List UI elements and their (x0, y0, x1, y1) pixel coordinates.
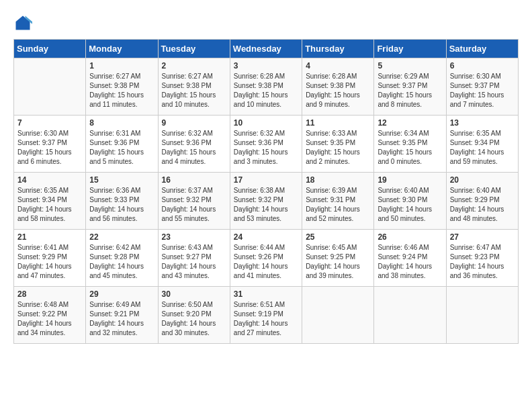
day-cell: 11Sunrise: 6:33 AM Sunset: 9:35 PM Dayli… (302, 116, 374, 173)
day-cell: 6Sunrise: 6:30 AM Sunset: 9:37 PM Daylig… (446, 58, 518, 116)
day-number: 1 (89, 61, 154, 71)
day-info: Sunrise: 6:45 AM Sunset: 9:25 PM Dayligh… (306, 243, 370, 281)
day-info: Sunrise: 6:37 AM Sunset: 9:32 PM Dayligh… (162, 186, 226, 224)
day-number: 26 (378, 232, 442, 242)
day-info: Sunrise: 6:35 AM Sunset: 9:34 PM Dayligh… (17, 186, 82, 224)
day-number: 5 (378, 61, 442, 71)
day-info: Sunrise: 6:43 AM Sunset: 9:27 PM Dayligh… (162, 243, 226, 281)
day-info: Sunrise: 6:29 AM Sunset: 9:37 PM Dayligh… (378, 72, 442, 109)
logo (13, 13, 35, 32)
column-header-thursday: Thursday (302, 40, 374, 58)
column-header-saturday: Saturday (446, 40, 518, 58)
day-number: 29 (89, 289, 154, 299)
week-row-3: 14Sunrise: 6:35 AM Sunset: 9:34 PM Dayli… (14, 173, 519, 230)
day-number: 9 (162, 118, 226, 128)
day-cell: 29Sunrise: 6:49 AM Sunset: 9:21 PM Dayli… (86, 287, 158, 344)
day-number: 22 (89, 232, 154, 242)
day-cell: 9Sunrise: 6:32 AM Sunset: 9:36 PM Daylig… (158, 116, 230, 173)
day-info: Sunrise: 6:49 AM Sunset: 9:21 PM Dayligh… (89, 300, 154, 338)
day-number: 13 (450, 118, 515, 128)
week-row-2: 7Sunrise: 6:30 AM Sunset: 9:37 PM Daylig… (14, 116, 519, 173)
day-number: 21 (17, 232, 82, 242)
day-number: 12 (378, 118, 442, 128)
day-info: Sunrise: 6:33 AM Sunset: 9:35 PM Dayligh… (306, 129, 370, 167)
day-cell: 4Sunrise: 6:28 AM Sunset: 9:38 PM Daylig… (302, 58, 374, 116)
page-header (13, 13, 519, 32)
logo-icon (13, 13, 32, 32)
week-row-1: 1Sunrise: 6:27 AM Sunset: 9:38 PM Daylig… (14, 58, 519, 116)
day-cell (14, 58, 86, 116)
column-header-sunday: Sunday (14, 40, 86, 58)
day-info: Sunrise: 6:35 AM Sunset: 9:34 PM Dayligh… (450, 129, 515, 167)
day-info: Sunrise: 6:46 AM Sunset: 9:24 PM Dayligh… (378, 243, 442, 281)
day-info: Sunrise: 6:42 AM Sunset: 9:28 PM Dayligh… (89, 243, 154, 281)
day-number: 6 (450, 61, 515, 71)
day-cell: 3Sunrise: 6:28 AM Sunset: 9:38 PM Daylig… (230, 58, 302, 116)
day-info: Sunrise: 6:36 AM Sunset: 9:33 PM Dayligh… (89, 186, 154, 224)
column-header-wednesday: Wednesday (230, 40, 302, 58)
day-info: Sunrise: 6:50 AM Sunset: 9:20 PM Dayligh… (162, 300, 226, 338)
day-info: Sunrise: 6:27 AM Sunset: 9:38 PM Dayligh… (89, 72, 154, 109)
day-cell (446, 287, 518, 344)
day-number: 7 (17, 118, 82, 128)
day-info: Sunrise: 6:31 AM Sunset: 9:36 PM Dayligh… (89, 129, 154, 167)
column-header-tuesday: Tuesday (158, 40, 230, 58)
week-row-5: 28Sunrise: 6:48 AM Sunset: 9:22 PM Dayli… (14, 287, 519, 344)
day-info: Sunrise: 6:28 AM Sunset: 9:38 PM Dayligh… (234, 72, 298, 109)
day-number: 10 (234, 118, 298, 128)
day-cell: 14Sunrise: 6:35 AM Sunset: 9:34 PM Dayli… (14, 173, 86, 230)
day-cell (374, 287, 446, 344)
day-info: Sunrise: 6:47 AM Sunset: 9:23 PM Dayligh… (450, 243, 515, 281)
day-info: Sunrise: 6:39 AM Sunset: 9:31 PM Dayligh… (306, 186, 370, 224)
day-number: 11 (306, 118, 370, 128)
day-info: Sunrise: 6:34 AM Sunset: 9:35 PM Dayligh… (378, 129, 442, 167)
day-cell: 5Sunrise: 6:29 AM Sunset: 9:37 PM Daylig… (374, 58, 446, 116)
day-number: 17 (234, 175, 298, 185)
day-number: 28 (17, 289, 82, 299)
day-cell: 28Sunrise: 6:48 AM Sunset: 9:22 PM Dayli… (14, 287, 86, 344)
day-cell: 13Sunrise: 6:35 AM Sunset: 9:34 PM Dayli… (446, 116, 518, 173)
day-cell: 17Sunrise: 6:38 AM Sunset: 9:32 PM Dayli… (230, 173, 302, 230)
day-info: Sunrise: 6:32 AM Sunset: 9:36 PM Dayligh… (162, 129, 226, 167)
day-cell: 19Sunrise: 6:40 AM Sunset: 9:30 PM Dayli… (374, 173, 446, 230)
day-info: Sunrise: 6:27 AM Sunset: 9:38 PM Dayligh… (162, 72, 226, 109)
day-number: 18 (306, 175, 370, 185)
day-number: 23 (162, 232, 226, 242)
day-info: Sunrise: 6:51 AM Sunset: 9:19 PM Dayligh… (234, 300, 298, 338)
day-cell: 1Sunrise: 6:27 AM Sunset: 9:38 PM Daylig… (86, 58, 158, 116)
day-cell: 22Sunrise: 6:42 AM Sunset: 9:28 PM Dayli… (86, 230, 158, 287)
day-cell: 20Sunrise: 6:40 AM Sunset: 9:29 PM Dayli… (446, 173, 518, 230)
day-cell: 21Sunrise: 6:41 AM Sunset: 9:29 PM Dayli… (14, 230, 86, 287)
day-number: 19 (378, 175, 442, 185)
week-row-4: 21Sunrise: 6:41 AM Sunset: 9:29 PM Dayli… (14, 230, 519, 287)
day-number: 3 (234, 61, 298, 71)
day-number: 14 (17, 175, 82, 185)
day-cell: 8Sunrise: 6:31 AM Sunset: 9:36 PM Daylig… (86, 116, 158, 173)
day-info: Sunrise: 6:41 AM Sunset: 9:29 PM Dayligh… (17, 243, 82, 281)
day-header-row: SundayMondayTuesdayWednesdayThursdayFrid… (14, 40, 519, 58)
day-info: Sunrise: 6:48 AM Sunset: 9:22 PM Dayligh… (17, 300, 82, 338)
day-number: 27 (450, 232, 515, 242)
day-number: 16 (162, 175, 226, 185)
day-info: Sunrise: 6:30 AM Sunset: 9:37 PM Dayligh… (450, 72, 515, 109)
day-cell: 12Sunrise: 6:34 AM Sunset: 9:35 PM Dayli… (374, 116, 446, 173)
column-header-friday: Friday (374, 40, 446, 58)
day-cell: 18Sunrise: 6:39 AM Sunset: 9:31 PM Dayli… (302, 173, 374, 230)
day-info: Sunrise: 6:44 AM Sunset: 9:26 PM Dayligh… (234, 243, 298, 281)
day-cell: 24Sunrise: 6:44 AM Sunset: 9:26 PM Dayli… (230, 230, 302, 287)
day-number: 25 (306, 232, 370, 242)
calendar-table: SundayMondayTuesdayWednesdayThursdayFrid… (13, 39, 519, 344)
day-info: Sunrise: 6:40 AM Sunset: 9:30 PM Dayligh… (378, 186, 442, 224)
day-cell: 30Sunrise: 6:50 AM Sunset: 9:20 PM Dayli… (158, 287, 230, 344)
svg-marker-0 (16, 16, 30, 30)
day-number: 4 (306, 61, 370, 71)
day-cell: 27Sunrise: 6:47 AM Sunset: 9:23 PM Dayli… (446, 230, 518, 287)
day-number: 30 (162, 289, 226, 299)
day-number: 2 (162, 61, 226, 71)
day-cell: 31Sunrise: 6:51 AM Sunset: 9:19 PM Dayli… (230, 287, 302, 344)
day-number: 31 (234, 289, 298, 299)
day-info: Sunrise: 6:40 AM Sunset: 9:29 PM Dayligh… (450, 186, 515, 224)
day-cell: 25Sunrise: 6:45 AM Sunset: 9:25 PM Dayli… (302, 230, 374, 287)
day-cell: 16Sunrise: 6:37 AM Sunset: 9:32 PM Dayli… (158, 173, 230, 230)
day-cell: 10Sunrise: 6:32 AM Sunset: 9:36 PM Dayli… (230, 116, 302, 173)
